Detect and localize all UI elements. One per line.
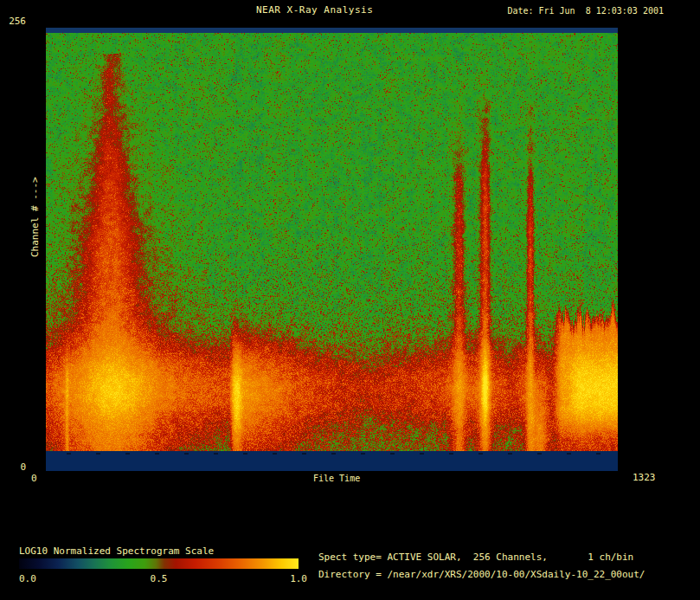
- directory-line: Directory = /near/xdr/XRS/2000/10-00/XSd…: [318, 569, 645, 580]
- y-axis-max-label: 256: [3, 16, 26, 27]
- x-axis-max-label: 1323: [633, 472, 656, 483]
- x-axis-min-label: 0: [31, 473, 37, 484]
- colorbar-gradient: [19, 558, 299, 569]
- colorbar-title: LOG10 Normalized Spectrogram Scale: [19, 545, 214, 557]
- spectrogram-canvas: [46, 28, 618, 471]
- colorbar-tick-min: 0.0: [19, 573, 36, 584]
- colorbar-tick-mid: 0.5: [151, 573, 168, 584]
- spect-type-line: Spect type= ACTIVE SOLAR, 256 Channels, …: [318, 552, 633, 563]
- y-axis-min-label: 0: [3, 461, 26, 473]
- app-window: NEAR X-Ray Analysis Date: Fri Jun 8 12:0…: [0, 0, 700, 600]
- date-label: Date: Fri Jun 8 12:03:03 2001: [507, 5, 664, 16]
- page-title: NEAR X-Ray Analysis: [256, 4, 373, 16]
- colorbar-ticks: 0.0 0.5 1.0: [19, 573, 299, 585]
- x-axis-title: File Time: [313, 473, 360, 484]
- y-axis-title: Channel # --->: [29, 177, 41, 257]
- colorbar-tick-max: 1.0: [290, 573, 307, 584]
